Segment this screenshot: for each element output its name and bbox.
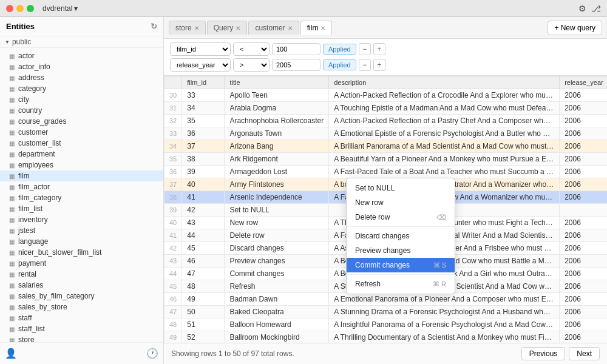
- cell-title[interactable]: Arsenic Independence: [225, 191, 329, 204]
- cell-title[interactable]: Preview changes: [225, 255, 329, 268]
- cell-year[interactable]: 2006: [560, 331, 607, 343]
- cell-description[interactable]: A Brilliant Panorama of a Mad Scientist …: [329, 140, 560, 153]
- cell-year[interactable]: 2006: [560, 318, 607, 331]
- cell-id[interactable]: 36: [182, 127, 225, 140]
- cell-id[interactable]: 51: [182, 318, 225, 331]
- table-row[interactable]: 49 52 Ballroom Mockingbird A Thrilling D…: [164, 331, 608, 343]
- sidebar-item-staff_list[interactable]: ▦staff_list: [0, 323, 163, 334]
- cell-id[interactable]: 43: [182, 217, 225, 229]
- settings-icon[interactable]: ⚙: [578, 4, 586, 13]
- menu-item-discard-changes[interactable]: Discard changes: [347, 229, 455, 243]
- sidebar-item-actor_info[interactable]: ▦actor_info: [0, 61, 163, 72]
- menu-item-new-row[interactable]: New row: [347, 195, 455, 210]
- sidebar-item-salaries[interactable]: ▦salaries: [0, 280, 163, 291]
- tab-customer[interactable]: customer ✕: [248, 21, 299, 35]
- filter-field-2[interactable]: release_year: [170, 58, 231, 72]
- menu-item-delete-row[interactable]: Delete row⌫: [347, 210, 455, 224]
- sidebar-item-store[interactable]: ▦store: [0, 334, 163, 342]
- sidebar-item-sales_by_film_category[interactable]: ▦sales_by_film_category: [0, 291, 163, 302]
- cell-id[interactable]: 40: [182, 178, 225, 191]
- cell-title[interactable]: Discard changes: [225, 242, 329, 255]
- cell-description[interactable]: A Emotional Epistle of a Forensic Psycho…: [329, 127, 560, 140]
- sidebar-item-customer_list[interactable]: ▦customer_list: [0, 138, 163, 149]
- table-row[interactable]: 31 34 Arabia Dogma A Touching Epistle of…: [164, 102, 608, 115]
- sidebar-item-country[interactable]: ▦country: [0, 105, 163, 116]
- sidebar-item-staff[interactable]: ▦staff: [0, 312, 163, 323]
- sidebar-item-department[interactable]: ▦department: [0, 149, 163, 160]
- table-row[interactable]: 47 50 Baked Cleopatra A Stunning Drama o…: [164, 306, 608, 318]
- tab-film-close[interactable]: ✕: [320, 25, 325, 32]
- cell-id[interactable]: 46: [182, 255, 225, 268]
- cell-id[interactable]: 45: [182, 242, 225, 255]
- cell-id[interactable]: 47: [182, 268, 225, 280]
- cell-year[interactable]: 2006: [560, 242, 607, 255]
- cell-description[interactable]: A Fast-Paced Tale of a Boat And a Teache…: [329, 166, 560, 178]
- cell-title[interactable]: Ark Ridgemont: [225, 153, 329, 166]
- cell-year[interactable]: 2006: [560, 178, 607, 191]
- sidebar-item-inventory[interactable]: ▦inventory: [0, 214, 163, 225]
- close-button[interactable]: [6, 5, 13, 12]
- cell-id[interactable]: 50: [182, 306, 225, 318]
- next-button[interactable]: Next: [569, 347, 600, 360]
- user-icon[interactable]: 👤: [5, 348, 17, 359]
- filter-add-2[interactable]: +: [373, 59, 385, 71]
- cell-year[interactable]: 2006: [560, 166, 607, 178]
- share-icon[interactable]: ⎇: [591, 4, 601, 13]
- cell-title[interactable]: Commit changes: [225, 268, 329, 280]
- table-row[interactable]: 36 39 Armageddon Lost A Fast-Paced Tale …: [164, 166, 608, 178]
- fullscreen-button[interactable]: [27, 5, 34, 12]
- cell-id[interactable]: 42: [182, 204, 225, 217]
- filter-field-1[interactable]: film_id: [170, 42, 231, 56]
- table-row[interactable]: 46 49 Badman Dawn A Emotional Panorama o…: [164, 293, 608, 306]
- cell-title[interactable]: Set to NULL: [225, 204, 329, 217]
- refresh-entities-icon[interactable]: ↻: [151, 22, 157, 31]
- cell-year[interactable]: 2006: [560, 229, 607, 242]
- cell-id[interactable]: 35: [182, 115, 225, 127]
- minimize-button[interactable]: [16, 5, 24, 12]
- tab-film[interactable]: film ✕: [300, 21, 333, 35]
- tab-query-close[interactable]: ✕: [236, 25, 240, 32]
- sidebar-item-address[interactable]: ▦address: [0, 72, 163, 83]
- cell-year[interactable]: [560, 204, 607, 217]
- sidebar-item-film_actor[interactable]: ▦film_actor: [0, 181, 163, 192]
- cell-id[interactable]: 48: [182, 280, 225, 293]
- cell-description[interactable]: A Action-Packed Reflection of a Crocodil…: [329, 89, 560, 102]
- cell-id[interactable]: 38: [182, 153, 225, 166]
- cell-id[interactable]: 52: [182, 331, 225, 343]
- sidebar-item-nicer_but_slower_film_list[interactable]: ▦nicer_but_slower_film_list: [0, 247, 163, 258]
- table-row[interactable]: 32 35 Arachnophobia Rollercoaster A Acti…: [164, 115, 608, 127]
- cell-year[interactable]: 2006: [560, 89, 607, 102]
- menu-item-preview-changes[interactable]: Preview changes: [347, 243, 455, 258]
- sidebar-item-jstest[interactable]: ▦jstest: [0, 225, 163, 236]
- sidebar-item-film[interactable]: ▦film: [0, 170, 163, 181]
- new-query-button[interactable]: + New query: [548, 21, 602, 35]
- cell-id[interactable]: 39: [182, 166, 225, 178]
- sidebar-item-rental[interactable]: ▦rental: [0, 269, 163, 280]
- cell-title[interactable]: Apollo Teen: [225, 89, 329, 102]
- menu-item-refresh[interactable]: Refresh⌘ R: [347, 277, 455, 291]
- cell-year[interactable]: 2006: [560, 217, 607, 229]
- cell-year[interactable]: 2006: [560, 115, 607, 127]
- sidebar-item-payment[interactable]: ▦payment: [0, 258, 163, 269]
- cell-year[interactable]: 2006: [560, 280, 607, 293]
- tab-store[interactable]: store ✕: [169, 21, 206, 35]
- sidebar-item-film_category[interactable]: ▦film_category: [0, 192, 163, 203]
- table-row[interactable]: 48 51 Balloon Homeward A Insightful Pano…: [164, 318, 608, 331]
- cell-title[interactable]: Baked Cleopatra: [225, 306, 329, 318]
- menu-item-commit-changes[interactable]: Commit changes⌘ S: [347, 258, 455, 272]
- sidebar-item-language[interactable]: ▦language: [0, 236, 163, 247]
- cell-description[interactable]: A Thrilling Documentary of a Scientist A…: [329, 331, 560, 343]
- filter-value-2[interactable]: [272, 59, 320, 71]
- cell-title[interactable]: Army Flintstones: [225, 178, 329, 191]
- menu-item-set-to-null[interactable]: Set to NULL: [347, 181, 455, 195]
- cell-title[interactable]: Arizona Bang: [225, 140, 329, 153]
- cell-description[interactable]: A Stunning Drama of a Forensic Psycholog…: [329, 306, 560, 318]
- tab-customer-close[interactable]: ✕: [288, 25, 293, 32]
- sidebar-item-employees[interactable]: ▦employees: [0, 160, 163, 170]
- cell-description[interactable]: A Emotional Panorama of a Pioneer And a …: [329, 293, 560, 306]
- cell-id[interactable]: 44: [182, 229, 225, 242]
- cell-year[interactable]: 2006: [560, 191, 607, 204]
- col-film-id[interactable]: film_id: [182, 76, 225, 89]
- cell-title[interactable]: Delete row: [225, 229, 329, 242]
- cell-title[interactable]: Argonauts Town: [225, 127, 329, 140]
